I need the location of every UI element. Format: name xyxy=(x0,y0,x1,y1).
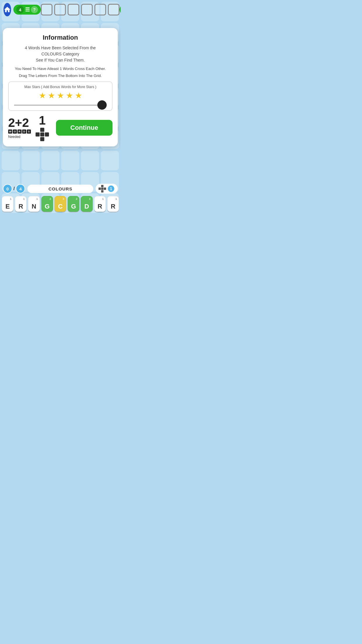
stars-label: Max Stars ( Add Bonus Words for More Sta… xyxy=(13,85,108,89)
tile-R2[interactable]: 1 R xyxy=(94,196,106,212)
word-hints-pill[interactable]: 2 W O R D ? xyxy=(120,5,121,15)
tile-R1[interactable]: 1 R xyxy=(15,196,27,212)
bg-tile xyxy=(41,151,59,170)
continue-button[interactable]: Continue xyxy=(56,120,113,136)
star-5: ★ xyxy=(75,91,82,100)
progress-line xyxy=(14,105,107,106)
star-2: ★ xyxy=(48,91,55,100)
menu-icon: ☰ xyxy=(25,6,30,13)
hints-left-pill[interactable]: 4 ☰ ? xyxy=(13,5,41,15)
tile-N[interactable]: 1 N xyxy=(28,196,40,212)
bg-tile xyxy=(61,151,79,170)
information-modal: Information 4 Words Have Been Selected F… xyxy=(3,28,118,146)
word-bubble-3 xyxy=(68,4,79,15)
modal-title: Information xyxy=(8,34,113,41)
word-bubble-5 xyxy=(94,4,106,15)
needed-label: Needed xyxy=(8,135,20,139)
score-total: 4 xyxy=(16,184,25,193)
progress-bar xyxy=(13,103,108,107)
stars-row: ★ ★ ★ ★ ★ xyxy=(13,91,108,100)
cross-num: 1 xyxy=(39,114,45,127)
words-plus: +2 xyxy=(15,117,29,129)
words-needed-section: 2 +2 W O R D S Needed xyxy=(8,117,31,139)
bg-tile xyxy=(81,151,99,170)
stats-row: 2 +2 W O R D S Needed 1 Continue xyxy=(8,114,113,141)
tile-R3[interactable]: 1 R xyxy=(107,196,119,212)
modal-rule-2: Drag The Letters From The Bottom Into Th… xyxy=(8,73,113,78)
hints-question[interactable]: ? xyxy=(31,6,38,13)
top-bar: 4 ☰ ? 2 W O R xyxy=(0,0,121,18)
star-1: ★ xyxy=(39,91,46,100)
home-button[interactable] xyxy=(3,3,11,16)
cross-count-num: 1 xyxy=(107,185,115,192)
star-4: ★ xyxy=(66,91,73,100)
cross-count-pill: 1 xyxy=(96,184,118,194)
letter-tiles-row: 1 E 1 R 1 N 2 G 3 C 2 G 2 D 1 R xyxy=(0,195,121,215)
word-bubble-4 xyxy=(81,4,93,15)
words-badge: W O R D S xyxy=(8,130,31,134)
category-pill: COLOURS xyxy=(27,185,93,193)
word-bubbles-row xyxy=(41,4,120,15)
progress-dot xyxy=(97,100,107,110)
score-row: 0 / 4 COLOURS 1 xyxy=(0,182,121,195)
score-current: 0 xyxy=(3,184,12,193)
hints-count: 4 xyxy=(16,6,24,13)
word-bubble-6 xyxy=(108,4,120,15)
words-count: 2 xyxy=(8,117,15,129)
word-bubble-2 xyxy=(54,4,66,15)
tile-G1[interactable]: 2 G xyxy=(41,196,53,212)
word-bubble-1 xyxy=(41,4,52,15)
modal-rule-1: You Need To Have Atleast 1 Words Cross E… xyxy=(8,66,113,71)
cross-shape-icon xyxy=(36,128,49,141)
home-icon xyxy=(3,6,11,13)
score-section: 0 / 4 xyxy=(3,184,25,193)
bg-tile xyxy=(22,151,40,170)
tile-E[interactable]: 1 E xyxy=(2,196,13,212)
tile-D[interactable]: 2 D xyxy=(81,196,92,212)
tile-C[interactable]: 3 C xyxy=(55,196,66,212)
star-3: ★ xyxy=(57,91,64,100)
stars-box: Max Stars ( Add Bonus Words for More Sta… xyxy=(8,81,113,111)
tile-G2[interactable]: 2 G xyxy=(68,196,79,212)
bg-tile xyxy=(2,151,20,170)
bg-tile xyxy=(101,151,119,170)
cross-section: 1 xyxy=(36,114,49,141)
modal-description: 4 Words Have Been Selected From the COLO… xyxy=(8,45,113,63)
bottom-bar: 0 / 4 COLOURS 1 1 E 1 R 1 N 2 xyxy=(0,182,121,215)
cross-small-icon xyxy=(99,185,106,192)
